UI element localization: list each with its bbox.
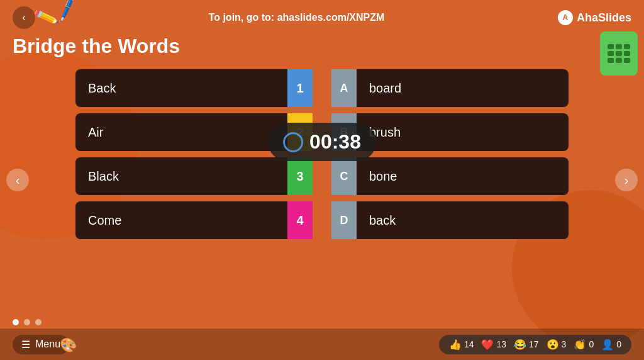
word-row-3: Black 3 C bone: [75, 157, 569, 195]
page-title: Bridge the Words: [13, 35, 180, 58]
ahaslides-logo: A AhaSlides: [558, 10, 631, 25]
menu-hamburger-icon: ☰: [21, 339, 30, 351]
letter-badge-A: A: [331, 69, 357, 107]
left-word-3: Black: [75, 157, 287, 195]
number-badge-1: 1: [287, 69, 313, 107]
word-row-4: Come 4 D back: [75, 201, 569, 239]
clap-count: 0: [589, 339, 594, 349]
right-word-A: board: [357, 69, 569, 107]
wow-count: 3: [562, 339, 567, 349]
slide-dots: [13, 319, 42, 325]
left-arrow-icon: ‹: [16, 173, 20, 188]
calculator-decoration: [600, 31, 638, 76]
logo-icon: A: [558, 10, 573, 25]
nav-right-button[interactable]: ›: [615, 169, 638, 191]
timer-overlay: 00:38: [268, 123, 376, 161]
back-button[interactable]: ‹: [13, 6, 35, 29]
dot-1: [13, 319, 19, 325]
reaction-user: 👤 0: [601, 339, 621, 351]
thumbsup-icon: 👍: [449, 339, 462, 351]
bottom-bar: ☰ Menu 🎨 👍 14 ❤️ 13 😂 17 😮 3 👏 0 👤 0: [0, 329, 644, 360]
back-arrow-icon: ‹: [22, 12, 25, 23]
reactions-bar: 👍 14 ❤️ 13 😂 17 😮 3 👏 0 👤 0: [439, 335, 631, 354]
reaction-laugh: 😂 17: [514, 339, 539, 351]
heart-count: 13: [496, 339, 506, 349]
join-info: To join, go to: ahaslides.com/XNPZM: [209, 12, 385, 23]
right-word-B: brush: [357, 113, 569, 151]
thumbsup-count: 14: [464, 339, 474, 349]
nav-left-button[interactable]: ‹: [6, 169, 29, 191]
laugh-count: 17: [529, 339, 539, 349]
right-word-C: bone: [357, 157, 569, 195]
number-badge-3: 3: [287, 157, 313, 195]
right-arrow-icon: ›: [625, 173, 629, 188]
reaction-thumbsup: 👍 14: [449, 339, 474, 351]
dot-2: [24, 319, 30, 325]
right-word-D: back: [357, 201, 569, 239]
left-word-4: Come: [75, 201, 287, 239]
wow-icon: 😮: [547, 339, 559, 351]
palette-icon: 🎨: [60, 337, 77, 354]
letter-badge-C: C: [331, 157, 357, 195]
letter-badge-D: D: [331, 201, 357, 239]
left-word-2: Air: [75, 113, 287, 151]
reaction-heart: ❤️ 13: [481, 339, 506, 351]
dot-3: [35, 319, 42, 325]
reaction-clap: 👏 0: [574, 339, 594, 351]
header: ‹ To join, go to: ahaslides.com/XNPZM A …: [0, 0, 644, 35]
left-word-1: Back: [75, 69, 287, 107]
user-count: 0: [616, 339, 621, 349]
menu-label: Menu: [35, 339, 60, 350]
user-icon: 👤: [601, 339, 614, 351]
number-badge-4: 4: [287, 201, 313, 239]
timer-icon: [283, 132, 303, 152]
laugh-icon: 😂: [514, 339, 526, 351]
timer-display: 00:38: [309, 130, 361, 154]
reaction-wow: 😮 3: [547, 339, 567, 351]
heart-icon: ❤️: [481, 339, 494, 351]
word-row-1: Back 1 A board: [75, 69, 569, 107]
clap-icon: 👏: [574, 339, 586, 351]
